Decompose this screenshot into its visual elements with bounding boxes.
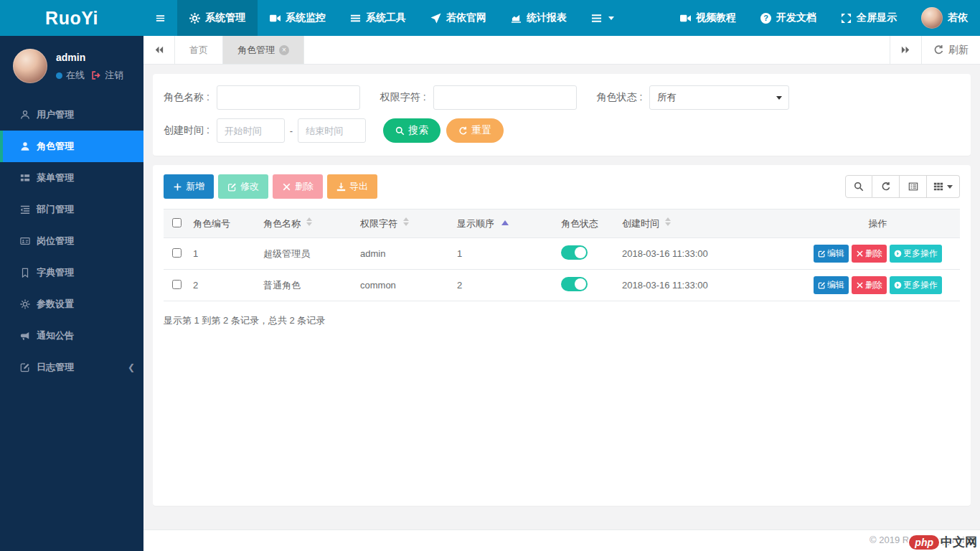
columns-button[interactable]	[927, 175, 960, 198]
page-footer: © 2019 RuoYi Copyright	[143, 529, 980, 551]
nav-dev-docs[interactable]: ? 开发文档	[748, 0, 829, 36]
sidebar-item-posts[interactable]: 岗位管理	[0, 225, 143, 257]
role-name-input[interactable]	[217, 85, 360, 110]
perm-string-label: 权限字符 :	[380, 91, 426, 104]
edit-icon	[818, 281, 826, 289]
watermark-text: 中文网	[941, 534, 977, 550]
start-time-input[interactable]	[217, 118, 285, 143]
nav-user-profile[interactable]: 若依	[909, 0, 980, 36]
sidebar-toggle-button[interactable]	[143, 0, 177, 36]
table-row: 2 普通角色 common 2 2018-03-16 11:33:00 编辑删除…	[164, 270, 960, 301]
row-more-button[interactable]: 更多操作	[890, 245, 942, 263]
tab-label: 首页	[189, 44, 208, 57]
cell-display-order: 1	[451, 238, 555, 270]
hamburger-icon	[155, 13, 166, 24]
row-checkbox[interactable]	[172, 248, 182, 258]
delete-button[interactable]: 删除	[273, 174, 323, 199]
column-role-status: 角色状态	[555, 209, 616, 238]
x-icon	[282, 182, 291, 192]
nav-label: 视频教程	[696, 11, 736, 24]
sidebar-item-departments[interactable]: 部门管理	[0, 194, 143, 225]
end-time-input[interactable]	[298, 118, 366, 143]
logout-link[interactable]: 注销	[105, 69, 123, 82]
sidebar-item-logs[interactable]: 日志管理 ❮	[0, 352, 143, 383]
edit-square-icon	[20, 362, 30, 372]
reset-button[interactable]: 重置	[446, 118, 504, 143]
cell-create-time: 2018-03-16 11:33:00	[616, 238, 796, 270]
reset-refresh-icon	[458, 126, 468, 136]
row-more-button[interactable]: 更多操作	[890, 276, 942, 294]
sidebar-avatar[interactable]	[13, 49, 47, 83]
perm-string-input[interactable]	[433, 85, 577, 110]
role-name-label: 角色名称 :	[164, 91, 209, 104]
row-edit-button[interactable]: 编辑	[814, 276, 849, 294]
sidebar-menu: 用户管理 角色管理 菜单管理 部门管理 岗位管理 字典管理 参数设置 通知公告	[0, 99, 143, 383]
table-row: 1 超级管理员 admin 1 2018-03-16 11:33:00 编辑删除…	[164, 238, 960, 270]
column-actions: 操作	[796, 209, 960, 238]
sidebar-item-menus[interactable]: 菜单管理	[0, 162, 143, 194]
add-button[interactable]: 新增	[164, 174, 214, 199]
column-perm-string[interactable]: 权限字符	[354, 209, 451, 238]
page-tabbar: 首页 角色管理 × 刷新	[143, 36, 980, 65]
sidebar-item-dictionary[interactable]: 字典管理	[0, 257, 143, 288]
nav-more-menu-dropdown[interactable]	[579, 0, 626, 36]
column-role-name[interactable]: 角色名称	[258, 209, 354, 238]
tabs-scroll-right-button[interactable]	[890, 36, 921, 64]
tabs-scroll-left-button[interactable]	[143, 36, 175, 64]
search-button[interactable]: 搜索	[383, 118, 440, 143]
row-edit-button[interactable]: 编辑	[814, 245, 849, 263]
toggle-view-button[interactable]	[900, 175, 927, 198]
sidebar-username: admin	[56, 52, 123, 63]
location-arrow-icon	[430, 13, 441, 24]
nav-system-tools[interactable]: 系统工具	[338, 0, 418, 36]
export-button[interactable]: 导出	[327, 174, 377, 199]
chevron-left-icon: ❮	[128, 362, 135, 372]
sidebar-item-users[interactable]: 用户管理	[0, 99, 143, 131]
search-icon	[854, 182, 864, 192]
detail-list-icon	[908, 182, 918, 192]
nav-statistics[interactable]: 统计报表	[499, 0, 579, 36]
sort-asc-icon	[501, 220, 509, 225]
cell-create-time: 2018-03-16 11:33:00	[616, 270, 796, 301]
menu-list-icon	[591, 13, 602, 24]
column-create-time[interactable]: 创建时间	[616, 209, 796, 238]
sidebar-item-label: 字典管理	[37, 266, 74, 279]
sidebar-item-notices[interactable]: 通知公告	[0, 320, 143, 352]
user-avatar	[921, 7, 943, 29]
tab-role-management[interactable]: 角色管理 ×	[223, 36, 304, 64]
select-all-checkbox[interactable]	[172, 218, 182, 227]
show-search-button[interactable]	[845, 175, 872, 198]
brand-logo[interactable]: RuoYi	[0, 0, 143, 36]
tab-home[interactable]: 首页	[175, 36, 223, 64]
video-icon	[680, 13, 691, 24]
nav-system-monitor[interactable]: 系统监控	[258, 0, 338, 36]
refresh-table-button[interactable]	[872, 175, 900, 198]
sidebar-user-panel: admin 在线 注销	[0, 36, 143, 99]
status-toggle[interactable]	[561, 245, 588, 260]
role-status-select[interactable]: 所有	[649, 85, 789, 110]
create-time-label: 创建时间 :	[164, 124, 209, 137]
row-delete-button[interactable]: 删除	[852, 276, 887, 294]
nav-official-site[interactable]: 若依官网	[418, 0, 499, 36]
tab-close-icon[interactable]: ×	[279, 45, 289, 55]
cell-role-name: 超级管理员	[258, 238, 354, 270]
sidebar-item-roles[interactable]: 角色管理	[0, 131, 143, 162]
nav-label: 系统工具	[366, 11, 406, 24]
edit-button[interactable]: 修改	[218, 174, 268, 199]
column-display-order[interactable]: 显示顺序	[451, 209, 555, 238]
nav-fullscreen[interactable]: 全屏显示	[829, 0, 909, 36]
bookmark-icon	[20, 268, 30, 278]
refresh-tab-button[interactable]: 刷新	[921, 36, 980, 64]
nav-video-tutorial[interactable]: 视频教程	[668, 0, 748, 36]
nav-label: 统计报表	[527, 11, 567, 24]
gear-icon	[189, 13, 200, 24]
caret-down-icon	[608, 17, 614, 20]
sign-out-icon	[91, 70, 101, 80]
status-toggle[interactable]	[561, 277, 588, 291]
row-delete-button[interactable]: 删除	[852, 245, 887, 263]
roles-table: 角色编号 角色名称 权限字符 显示顺序 角色状态 创建时间 操作 1 超级管理员	[164, 209, 960, 301]
sidebar-item-parameters[interactable]: 参数设置	[0, 288, 143, 320]
top-navbar: RuoYi 系统管理 系统监控 系统工具 若依官网 统计报表 视频教程 ? 开发…	[0, 0, 980, 36]
nav-system-management[interactable]: 系统管理	[177, 0, 258, 36]
row-checkbox[interactable]	[172, 280, 182, 289]
